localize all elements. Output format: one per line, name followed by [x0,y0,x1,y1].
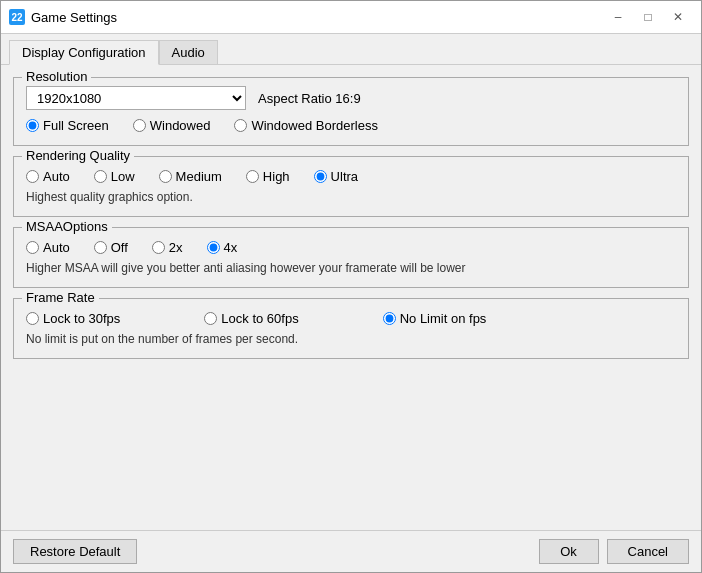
rq-ultra-radio[interactable] [314,170,327,183]
framerate-description: No limit is put on the number of frames … [26,332,676,346]
display-mode-row: Full Screen Windowed Windowed Borderless [26,118,676,133]
tab-display-configuration[interactable]: Display Configuration [9,40,159,65]
fr-30-radio[interactable] [26,312,39,325]
tab-content: Resolution 1920x1080 1280x720 2560x1440 … [1,65,701,530]
fullscreen-option[interactable]: Full Screen [26,118,109,133]
fullscreen-radio[interactable] [26,119,39,132]
msaa-off-radio[interactable] [94,241,107,254]
msaa-2x-option[interactable]: 2x [152,240,183,255]
rq-low-radio[interactable] [94,170,107,183]
framerate-row: Lock to 30fps Lock to 60fps No Limit on … [26,311,676,326]
footer: Restore Default Ok Cancel [1,530,701,572]
rq-auto-option[interactable]: Auto [26,169,70,184]
msaa-4x-radio[interactable] [207,241,220,254]
msaa-4x-option[interactable]: 4x [207,240,238,255]
title-bar: 22 Game Settings – □ ✕ [1,1,701,34]
rq-ultra-option[interactable]: Ultra [314,169,358,184]
framerate-group: Frame Rate Lock to 30fps Lock to 60fps N… [13,298,689,359]
msaa-auto-label: Auto [43,240,70,255]
window-controls: – □ ✕ [603,7,693,27]
restore-default-button[interactable]: Restore Default [13,539,137,564]
msaa-2x-label: 2x [169,240,183,255]
borderless-option[interactable]: Windowed Borderless [234,118,377,133]
msaa-off-label: Off [111,240,128,255]
app-icon: 22 [9,9,25,25]
msaa-off-option[interactable]: Off [94,240,128,255]
msaa-description: Higher MSAA will give you better anti al… [26,261,676,275]
rq-medium-label: Medium [176,169,222,184]
resolution-select-row: 1920x1080 1280x720 2560x1440 3840x2160 A… [26,86,676,110]
rq-medium-option[interactable]: Medium [159,169,222,184]
msaa-group: MSAAOptions Auto Off 2x 4x [13,227,689,288]
rq-auto-label: Auto [43,169,70,184]
fr-30-option[interactable]: Lock to 30fps [26,311,120,326]
rendering-quality-row: Auto Low Medium High Ultra [26,169,676,184]
cancel-button[interactable]: Cancel [607,539,689,564]
msaa-row: Auto Off 2x 4x [26,240,676,255]
rendering-quality-label: Rendering Quality [22,148,134,163]
msaa-group-label: MSAAOptions [22,219,112,234]
framerate-group-label: Frame Rate [22,290,99,305]
fullscreen-label: Full Screen [43,118,109,133]
ok-button[interactable]: Ok [539,539,599,564]
rq-low-label: Low [111,169,135,184]
game-settings-window: 22 Game Settings – □ ✕ Display Configura… [0,0,702,573]
maximize-button[interactable]: □ [633,7,663,27]
msaa-2x-radio[interactable] [152,241,165,254]
dialog-buttons: Ok Cancel [539,539,689,564]
fr-unlimited-radio[interactable] [383,312,396,325]
fr-unlimited-option[interactable]: No Limit on fps [383,311,487,326]
rq-ultra-label: Ultra [331,169,358,184]
windowed-option[interactable]: Windowed [133,118,211,133]
rq-low-option[interactable]: Low [94,169,135,184]
tab-audio[interactable]: Audio [159,40,218,64]
rq-high-option[interactable]: High [246,169,290,184]
borderless-radio[interactable] [234,119,247,132]
rendering-quality-group: Rendering Quality Auto Low Medium High [13,156,689,217]
close-button[interactable]: ✕ [663,7,693,27]
tab-bar: Display Configuration Audio [1,34,701,65]
msaa-auto-option[interactable]: Auto [26,240,70,255]
resolution-group: Resolution 1920x1080 1280x720 2560x1440 … [13,77,689,146]
resolution-group-label: Resolution [22,69,91,84]
rq-high-radio[interactable] [246,170,259,183]
borderless-label: Windowed Borderless [251,118,377,133]
rendering-quality-description: Highest quality graphics option. [26,190,676,204]
fr-30-label: Lock to 30fps [43,311,120,326]
fr-60-label: Lock to 60fps [221,311,298,326]
window-title: Game Settings [31,10,597,25]
fr-unlimited-label: No Limit on fps [400,311,487,326]
rq-medium-radio[interactable] [159,170,172,183]
windowed-radio[interactable] [133,119,146,132]
msaa-auto-radio[interactable] [26,241,39,254]
aspect-ratio-label: Aspect Ratio 16:9 [258,91,361,106]
fr-60-radio[interactable] [204,312,217,325]
windowed-label: Windowed [150,118,211,133]
resolution-select[interactable]: 1920x1080 1280x720 2560x1440 3840x2160 [26,86,246,110]
rq-high-label: High [263,169,290,184]
msaa-4x-label: 4x [224,240,238,255]
fr-60-option[interactable]: Lock to 60fps [204,311,298,326]
minimize-button[interactable]: – [603,7,633,27]
rq-auto-radio[interactable] [26,170,39,183]
